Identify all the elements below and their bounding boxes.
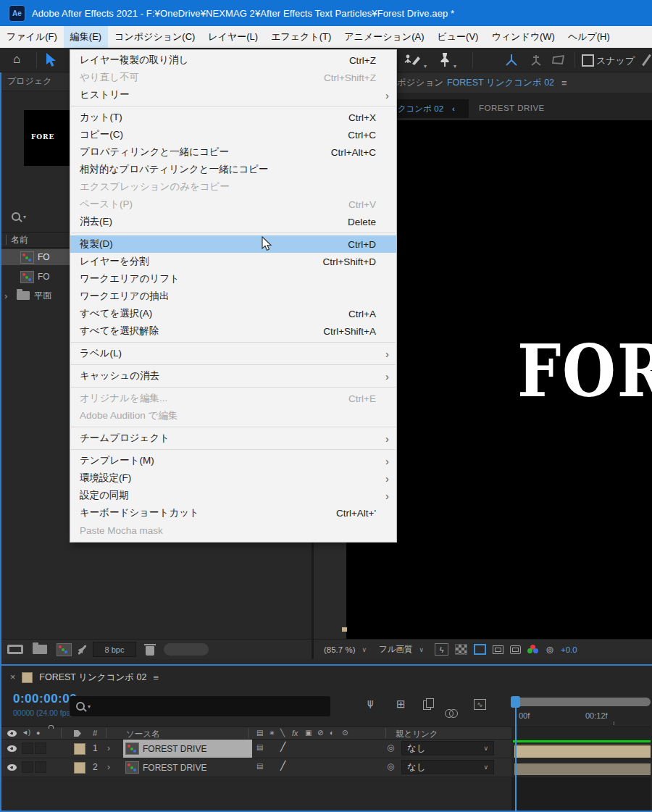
channel-settings-icon[interactable] — [527, 645, 539, 654]
interpret-footage-icon[interactable] — [7, 645, 23, 654]
snap-label[interactable]: スナップ — [596, 54, 635, 67]
menu-effect[interactable]: エフェクト(T) — [264, 26, 338, 48]
shy-switch[interactable]: ▤ — [256, 743, 263, 751]
panel-menu-icon[interactable]: ≡ — [561, 78, 567, 88]
dropdown-caret[interactable]: ∨ — [483, 763, 488, 771]
motion-blur-switch-icon[interactable]: ⊘ — [317, 729, 323, 737]
adjustment-icon[interactable] — [78, 644, 87, 654]
menu-item-templates[interactable]: テンプレート(M) — [70, 452, 396, 469]
menu-layer[interactable]: レイヤー(L) — [201, 26, 264, 48]
menu-view[interactable]: ビュー(V) — [430, 26, 485, 48]
layer-row-1[interactable]: › 1 FOREST DRIVE ▤ ╱ ◎ なし ∨ — [1, 740, 511, 758]
home-icon[interactable]: ⌂ — [13, 52, 20, 67]
local-axis-mode-icon[interactable] — [504, 53, 519, 67]
new-folder-icon[interactable] — [33, 645, 47, 654]
menu-animation[interactable]: アニメーション(A) — [338, 26, 430, 48]
pen-tool-icon-partial[interactable] — [642, 54, 651, 66]
puppet-pin-dropdown-caret[interactable]: ▾ — [454, 63, 456, 70]
menu-item-cut[interactable]: カット(T)Ctrl+X — [70, 109, 396, 126]
fast-preview-icon[interactable]: ϟ — [435, 643, 448, 656]
timeline-tab[interactable]: × FOREST リンクコンポ 02 ≡ — [1, 666, 651, 689]
quality-switch-icon[interactable]: ╲ — [280, 729, 285, 737]
menu-item-purge-cache[interactable]: キャッシュの消去 — [70, 367, 396, 385]
current-time-display[interactable]: 0:00:00:00 00000 (24.00 fps) — [13, 692, 77, 717]
menu-help[interactable]: ヘルプ(H) — [561, 26, 617, 48]
layer-name-cell[interactable]: FOREST DRIVE — [123, 758, 252, 777]
flowchart-pill[interactable] — [164, 643, 209, 656]
puppet-pin-tool-icon[interactable] — [438, 52, 452, 68]
timecode[interactable]: 0:00:00:00 — [13, 692, 77, 706]
solo-cell[interactable] — [35, 761, 46, 773]
layer-2-duration-bar[interactable] — [514, 763, 651, 775]
video-column-icon[interactable] — [7, 730, 17, 737]
visibility-eye-icon[interactable] — [7, 745, 17, 752]
motion-blur-icon[interactable] — [445, 709, 454, 718]
navigator-back-arrow[interactable]: ‹ — [452, 104, 455, 113]
menu-item-undo[interactable]: レイヤー複製の取り消しCtrl+Z — [70, 51, 396, 69]
menu-item-preferences[interactable]: 環境設定(F) — [70, 469, 396, 487]
audio-cell[interactable] — [22, 761, 33, 773]
menu-item-duplicate[interactable]: 複製(D)Ctrl+D — [70, 235, 396, 253]
menu-item-split-layer[interactable]: レイヤーを分割Ctrl+Shift+D — [70, 253, 396, 270]
quality-switch[interactable]: ╱ — [280, 742, 285, 752]
quality-switch[interactable]: ╱ — [280, 761, 285, 771]
expand-arrow-icon[interactable]: › — [107, 743, 110, 753]
solo-cell[interactable] — [35, 742, 46, 754]
audio-cell[interactable] — [22, 742, 33, 754]
snap-checkbox[interactable] — [582, 54, 594, 67]
roto-brush-dropdown-caret[interactable]: ▾ — [424, 63, 427, 70]
menu-item-history[interactable]: ヒストリー — [70, 86, 396, 104]
menu-edit[interactable]: 編集(E) — [64, 26, 108, 48]
work-area-bar[interactable] — [513, 698, 651, 706]
menu-item-deselect-all[interactable]: すべてを選択解除Ctrl+Shift+A — [70, 322, 396, 340]
collapse-switch-icon[interactable]: ∗ — [269, 729, 275, 737]
menu-item-select-all[interactable]: すべてを選択(A)Ctrl+A — [70, 305, 396, 322]
effects-switch-icon[interactable]: fx — [292, 729, 298, 737]
playhead-line[interactable] — [515, 696, 517, 812]
search-dropdown-caret[interactable]: ▾ — [23, 214, 26, 220]
resolution-caret[interactable]: ∨ — [419, 646, 425, 653]
visibility-eye-icon[interactable] — [7, 764, 17, 771]
label-column-icon[interactable] — [74, 730, 81, 737]
menu-item-copy[interactable]: コピー(C)Ctrl+C — [70, 126, 396, 143]
world-axis-mode-icon[interactable] — [529, 53, 543, 67]
mask-visibility-icon[interactable] — [493, 645, 503, 654]
menu-item-copy-with-relative-property-links[interactable]: 相対的なプロパティリンクと一緒にコピー — [70, 161, 396, 178]
shy-switch-icon[interactable]: ▤ — [256, 729, 263, 737]
adjustment-switch-icon[interactable]: ◐ — [330, 729, 334, 737]
menu-item-label[interactable]: ラベル(L) — [70, 345, 396, 362]
expand-arrow-icon[interactable]: › — [107, 762, 110, 772]
mini-flowchart-icon[interactable]: ⋔ — [366, 698, 375, 711]
solo-column-icon[interactable]: ● — [36, 729, 40, 737]
menu-item-clear[interactable]: 消去(E)Delete — [70, 213, 396, 230]
shy-switch[interactable]: ▤ — [256, 762, 263, 770]
delete-trash-icon[interactable] — [146, 646, 154, 656]
audio-column-icon[interactable]: ◄) — [22, 729, 30, 736]
parent-select[interactable]: なし ∨ — [401, 760, 494, 774]
dropdown-caret[interactable]: ∨ — [483, 745, 488, 752]
exposure-shutter-icon[interactable]: ⊚ — [546, 644, 554, 656]
menu-window[interactable]: ウィンドウ(W) — [485, 26, 561, 48]
layer-1-duration-bar[interactable] — [514, 745, 651, 758]
parent-select[interactable]: なし ∨ — [401, 741, 494, 756]
menu-item-extract-work-area[interactable]: ワークエリアの抽出 — [70, 288, 396, 305]
timeline-search-input[interactable]: ▾ — [70, 696, 330, 716]
view-axis-mode-icon[interactable] — [551, 53, 567, 67]
menu-item-lift-work-area[interactable]: ワークエリアのリフト — [70, 270, 396, 288]
menu-item-sync-settings[interactable]: 設定の同期 — [70, 487, 396, 504]
new-composition-icon[interactable] — [57, 643, 72, 656]
transparency-grid-icon[interactable] — [455, 644, 467, 655]
menu-file[interactable]: ファイル(F) — [0, 26, 64, 48]
layer-name-cell[interactable]: FOREST DRIVE — [123, 740, 252, 758]
index-column-header[interactable]: # — [93, 729, 97, 737]
zoom-select[interactable]: (85.7 %) — [324, 645, 355, 654]
roto-brush-tool-icon[interactable] — [404, 53, 422, 67]
3d-switch-icon[interactable]: ⊙ — [342, 729, 348, 737]
resolution-select[interactable]: フル画質 — [379, 644, 413, 655]
exposure-value[interactable]: +0.0 — [561, 645, 577, 654]
region-of-interest-icon[interactable] — [474, 644, 486, 655]
zoom-caret[interactable]: ∨ — [361, 646, 367, 653]
selection-tool-icon[interactable] — [45, 53, 58, 67]
layer-label-swatch[interactable] — [74, 743, 85, 755]
frame-blending-icon[interactable] — [423, 700, 431, 710]
